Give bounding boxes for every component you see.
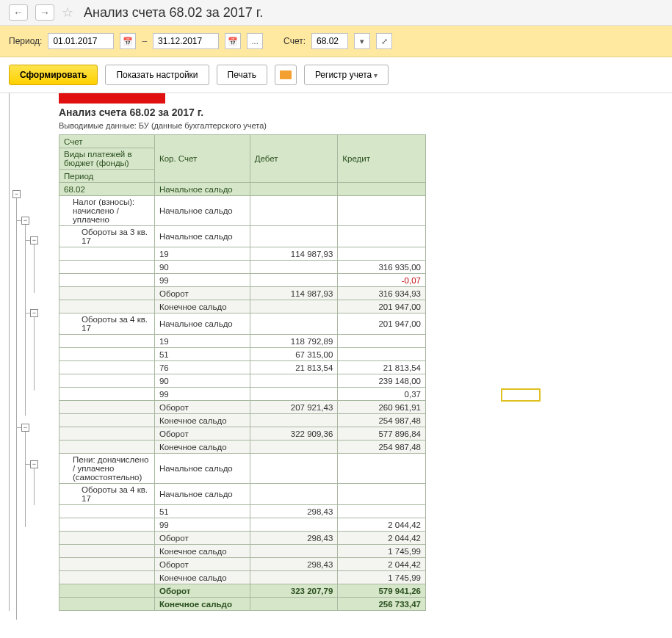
tree-toggle[interactable]: − xyxy=(30,236,38,244)
cell-credit: 316 935,00 xyxy=(338,261,426,274)
toolbar: Сформировать Показать настройки Печать Р… xyxy=(0,57,672,93)
cell-debit: 322 909,36 xyxy=(250,427,338,441)
header-cor-account: Кор. Счет xyxy=(154,135,250,183)
cell-cor: 19 xyxy=(154,335,250,348)
cell-cor: Начальное сальдо xyxy=(154,454,250,484)
cell-debit xyxy=(250,484,338,505)
cell-debit: 207 921,43 xyxy=(250,401,338,414)
cell-cor: 51 xyxy=(154,348,250,361)
account-open-button[interactable]: ⤢ xyxy=(376,33,392,49)
cell-account xyxy=(59,361,155,374)
generate-button[interactable]: Сформировать xyxy=(9,65,98,85)
cell-account xyxy=(59,414,155,427)
cell-debit xyxy=(250,374,338,388)
cell-cor: Оборот xyxy=(154,558,250,571)
cell-credit: 2 044,42 xyxy=(338,558,426,571)
cell-cor: Начальное сальдо xyxy=(154,183,250,196)
cell-debit xyxy=(250,545,338,558)
print-button[interactable]: Печать xyxy=(217,65,267,85)
report-area: − − − − − − Анализ счета 68.02 за 2017 г… xyxy=(0,93,672,620)
cell-credit: 254 987,48 xyxy=(338,441,426,454)
date-from-input[interactable] xyxy=(48,33,114,49)
cell-credit xyxy=(338,183,426,196)
cell-debit xyxy=(250,183,338,196)
cell-account: Пени: доначислено / уплачено (самостояте… xyxy=(59,454,155,484)
show-settings-button[interactable]: Показать настройки xyxy=(105,65,209,85)
cell-cor: Начальное сальдо xyxy=(154,484,250,505)
date-to-input[interactable] xyxy=(153,33,219,49)
cell-cor: Оборот xyxy=(154,427,250,441)
selection-highlight xyxy=(501,388,541,402)
cell-debit xyxy=(250,518,338,532)
cell-credit xyxy=(338,226,426,247)
account-dropdown-button[interactable]: ▾ xyxy=(354,33,370,49)
header-credit: Кредит xyxy=(338,135,426,183)
nav-back-button[interactable]: ← xyxy=(9,4,28,21)
date-separator: – xyxy=(142,36,147,46)
cell-debit: 298,43 xyxy=(250,532,338,545)
cell-account xyxy=(59,348,155,361)
tree-column: − − − − − − xyxy=(9,93,59,611)
tree-toggle[interactable]: − xyxy=(12,190,21,198)
page-title: Анализ счета 68.02 за 2017 г. xyxy=(84,5,263,21)
header-account: Счет xyxy=(59,135,155,148)
cell-cor: Оборот xyxy=(154,584,250,598)
cell-account xyxy=(59,287,155,300)
cell-account xyxy=(59,261,155,274)
cell-account xyxy=(59,558,155,571)
cell-credit: 201 947,00 xyxy=(338,300,426,313)
account-input[interactable] xyxy=(311,33,348,49)
cell-cor: 90 xyxy=(154,261,250,274)
cell-debit: 114 987,93 xyxy=(250,247,338,261)
cell-cor: Начальное сальдо xyxy=(154,313,250,335)
cell-credit: 260 961,91 xyxy=(338,401,426,414)
favorite-star-icon[interactable]: ☆ xyxy=(62,4,73,21)
tree-toggle[interactable]: − xyxy=(21,217,29,225)
header-debit: Дебет xyxy=(250,135,338,183)
cell-cor: Оборот xyxy=(154,287,250,300)
cell-account xyxy=(59,374,155,388)
cell-credit: 2 044,42 xyxy=(338,518,426,532)
cell-account xyxy=(59,247,155,261)
tree-toggle[interactable]: − xyxy=(21,424,29,432)
cell-account xyxy=(59,300,155,313)
cell-credit xyxy=(338,505,426,518)
tree-toggle[interactable]: − xyxy=(30,460,38,468)
cell-cor: 51 xyxy=(154,505,250,518)
register-button[interactable]: Регистр учета xyxy=(304,65,389,85)
calendar-from-button[interactable]: 📅 xyxy=(120,33,136,49)
cell-debit: 323 207,79 xyxy=(250,584,338,598)
cell-cor: Начальное сальдо xyxy=(154,226,250,247)
calendar-to-button[interactable]: 📅 xyxy=(225,33,241,49)
cell-account: Обороты за 4 кв. 17 xyxy=(59,484,155,505)
cell-credit: 2 044,42 xyxy=(338,532,426,545)
cell-account xyxy=(59,532,155,545)
mail-button[interactable] xyxy=(275,65,297,85)
cell-debit: 118 792,89 xyxy=(250,335,338,348)
params-bar: Период: 📅 – 📅 ... Счет: ▾ ⤢ xyxy=(0,26,672,57)
cell-debit xyxy=(250,388,338,401)
cell-cor: 99 xyxy=(154,518,250,532)
cell-credit: 256 733,47 xyxy=(338,598,426,611)
tree-toggle[interactable]: − xyxy=(30,309,38,317)
period-select-button[interactable]: ... xyxy=(247,33,263,49)
cell-account xyxy=(59,441,155,454)
header-period: Период xyxy=(59,170,155,183)
cell-account xyxy=(59,545,155,558)
nav-forward-button[interactable]: → xyxy=(35,4,54,21)
cell-cor: Оборот xyxy=(154,532,250,545)
account-label: Счет: xyxy=(283,36,306,46)
cell-debit xyxy=(250,571,338,584)
cell-cor: 99 xyxy=(154,274,250,287)
cell-account xyxy=(59,274,155,287)
cell-credit xyxy=(338,247,426,261)
cell-credit: 239 148,00 xyxy=(338,374,426,388)
cell-debit xyxy=(250,598,338,611)
cell-credit: 316 934,93 xyxy=(338,287,426,300)
cell-cor: Оборот xyxy=(154,401,250,414)
cell-debit xyxy=(250,300,338,313)
cell-account: Обороты за 3 кв. 17 xyxy=(59,226,155,247)
calendar-icon: 📅 xyxy=(123,37,133,46)
cell-debit xyxy=(250,441,338,454)
cell-cor: 99 xyxy=(154,388,250,401)
